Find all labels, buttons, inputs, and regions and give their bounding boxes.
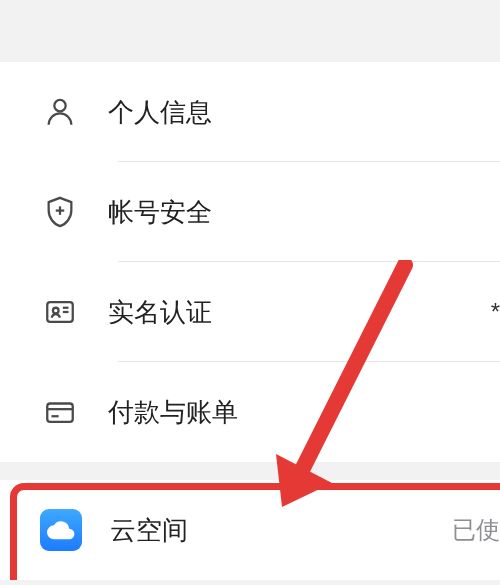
card-icon [40,392,80,432]
cloud-group: 云空间 已使 [0,480,500,580]
person-icon [40,92,80,132]
list-item-right-text: * [491,298,500,326]
list-item-verification[interactable]: 实名认证 * [0,262,500,362]
list-item-label: 个人信息 [108,95,212,130]
svg-point-0 [54,100,65,111]
list-item-label: 付款与账单 [108,395,238,430]
id-card-icon [40,292,80,332]
list-item-label: 云空间 [110,513,188,548]
list-item-payment[interactable]: 付款与账单 [0,362,500,462]
svg-rect-3 [47,302,73,322]
list-item-profile[interactable]: 个人信息 [0,62,500,162]
list-item-label: 实名认证 [108,295,212,330]
list-item-cloud[interactable]: 云空间 已使 [0,480,500,580]
cloud-icon [40,509,82,551]
svg-point-4 [53,308,59,314]
list-item-label: 帐号安全 [108,195,212,230]
settings-group: 个人信息 帐号安全 [0,62,500,462]
shield-plus-icon [40,192,80,232]
svg-rect-7 [47,404,73,422]
list-item-security[interactable]: 帐号安全 [0,162,500,262]
cloud-status-text: 已使 [452,514,500,546]
